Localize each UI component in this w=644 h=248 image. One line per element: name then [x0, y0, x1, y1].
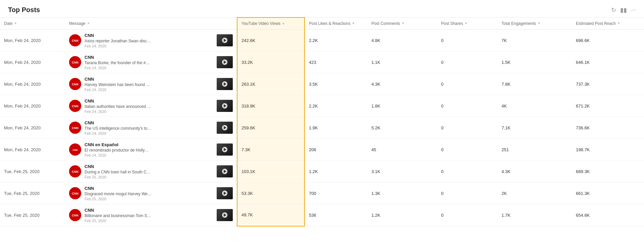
video-thumbnail[interactable]: [217, 187, 233, 199]
message-author: CNN: [85, 33, 213, 38]
table-row: Mon, Feb 24, 2020 CNN CNN en Español El …: [0, 139, 644, 161]
cell-likes: 2.2K: [305, 30, 367, 51]
cell-engagements: 4K: [497, 95, 572, 117]
video-thumbnail[interactable]: [217, 122, 233, 134]
cell-likes: 700: [305, 182, 367, 204]
video-thumbnail[interactable]: [217, 78, 233, 90]
cell-likes: 1.9K: [305, 117, 367, 139]
cell-engagements: 7.1K: [497, 117, 572, 139]
cell-youtube: 53.3K: [237, 182, 305, 204]
page-container: Top Posts ↻ ▮▮ ··· D: [0, 0, 644, 248]
message-post-date: Feb 25, 2020: [85, 197, 213, 201]
avatar: CNN: [69, 100, 81, 112]
cell-youtube: 103.1K: [237, 161, 305, 182]
message-preview: El renombrado productor de Hollywood Har…: [85, 148, 152, 153]
cell-message: CNN CNN Disgraced movie mogul Harvey Wei…: [65, 182, 237, 204]
cell-likes: 2.2K: [305, 95, 367, 117]
reach-sort-icon: ▼: [617, 22, 621, 25]
table-wrapper: Date ▼ Message ▼ YouTube Video Views: [0, 17, 644, 226]
col-header-likes[interactable]: Post Likes & Reactions ▼: [305, 17, 367, 30]
play-button-icon: [222, 81, 227, 87]
cell-engagements: 1.7K: [497, 204, 572, 226]
cell-message: CNN CNN Tarana Burke, the founder of the…: [65, 51, 237, 73]
col-header-message[interactable]: Message ▼: [65, 17, 237, 30]
date-sort-icon: ▼: [14, 22, 17, 25]
message-author: CNN: [85, 98, 213, 104]
top-posts-table: Date ▼ Message ▼ YouTube Video Views: [0, 17, 644, 226]
cell-youtube: 33.2K: [237, 51, 305, 73]
cell-reach: 737.3K: [572, 73, 644, 95]
svg-text:CNN: CNN: [72, 105, 78, 108]
cell-likes: 423: [305, 51, 367, 73]
avatar: CNN: [69, 165, 81, 177]
cell-comments: 5.2K: [367, 117, 437, 139]
svg-text:CNN: CNN: [72, 126, 78, 130]
cell-message: CNN CNN en Español El renombrado product…: [65, 139, 237, 161]
cell-reach: 689.3K: [572, 161, 644, 182]
message-preview: Billionaire and businessman Tom Steyer s…: [85, 213, 152, 218]
play-button-icon: [222, 169, 227, 174]
svg-text:CNN: CNN: [72, 61, 78, 64]
table-row: Mon, Feb 24, 2020 CNN CNN Harvey Weinste…: [0, 73, 644, 95]
col-header-youtube[interactable]: YouTube Video Views ▼: [237, 17, 305, 30]
cell-message: CNN CNN During a CNN town hall in South …: [65, 161, 237, 182]
message-post-date: Feb 24, 2020: [85, 88, 213, 92]
play-button-icon: [222, 147, 227, 152]
col-header-comments[interactable]: Post Comments ▼: [367, 17, 437, 30]
avatar: CNN: [69, 56, 81, 68]
page-title: Top Posts: [8, 6, 40, 14]
cell-likes: 3.5K: [305, 73, 367, 95]
avatar: CNN: [69, 187, 81, 199]
cell-message: CNN CNN The US intelligence community's …: [65, 117, 237, 139]
message-post-date: Feb 25, 2020: [85, 219, 213, 223]
table-row: Mon, Feb 24, 2020 CNN CNN Italian author…: [0, 95, 644, 117]
cell-likes: 536: [305, 204, 367, 226]
refresh-icon[interactable]: ↻: [611, 6, 616, 14]
avatar: CNN: [69, 122, 81, 134]
col-header-date[interactable]: Date ▼: [0, 17, 65, 30]
table-row: Tue, Feb 25, 2020 CNN CNN Billionaire an…: [0, 204, 644, 226]
video-thumbnail[interactable]: [217, 34, 233, 46]
table-row: Tue, Feb 25, 2020 CNN CNN During a CNN t…: [0, 161, 644, 182]
table-row: Tue, Feb 25, 2020 CNN CNN Disgraced movi…: [0, 182, 644, 204]
video-thumbnail[interactable]: [217, 100, 233, 112]
col-header-reach[interactable]: Estimated Post Reach ▼: [572, 17, 644, 30]
message-author: CNN: [85, 208, 213, 213]
col-header-engagements[interactable]: Total Engagements ▼: [497, 17, 572, 30]
cell-reach: 696.6K: [572, 30, 644, 51]
cell-comments: 4.8K: [367, 30, 437, 51]
cell-date: Mon, Feb 24, 2020: [0, 73, 65, 95]
cell-shares: 0: [437, 182, 497, 204]
cell-date: Mon, Feb 24, 2020: [0, 95, 65, 117]
message-post-date: Feb 25, 2020: [85, 175, 213, 179]
play-button-icon: [222, 125, 227, 130]
video-thumbnail[interactable]: [217, 165, 233, 177]
chart-icon[interactable]: ▮▮: [620, 6, 627, 14]
cell-date: Tue, Feb 25, 2020: [0, 182, 65, 204]
cell-comments: 1.3K: [367, 182, 437, 204]
cell-shares: 0: [437, 117, 497, 139]
cell-engagements: 1.5K: [497, 51, 572, 73]
col-header-shares[interactable]: Post Shares ▼: [437, 17, 497, 30]
message-post-date: Feb 24, 2020: [85, 153, 213, 157]
cell-reach: 736.6K: [572, 117, 644, 139]
video-thumbnail[interactable]: [217, 143, 233, 156]
svg-text:CNN: CNN: [72, 192, 78, 195]
cell-message: CNN CNN Axios reporter Jonathan Swan dis…: [65, 30, 237, 51]
likes-sort-icon: ▼: [352, 22, 355, 25]
avatar: CNN: [69, 34, 81, 46]
message-author: CNN: [85, 120, 213, 125]
play-button-icon: [222, 191, 227, 196]
cell-date: Tue, Feb 25, 2020: [0, 161, 65, 182]
message-preview: Italian authorities have announced sweep…: [85, 104, 152, 109]
video-thumbnail[interactable]: [217, 56, 233, 68]
more-icon[interactable]: ···: [631, 6, 636, 13]
video-thumbnail[interactable]: [217, 209, 233, 221]
play-button-icon: [222, 103, 227, 109]
cell-date: Mon, Feb 24, 2020: [0, 139, 65, 161]
table-row: Mon, Feb 24, 2020 CNN CNN Axios reporter…: [0, 30, 644, 51]
cell-reach: 654.6K: [572, 204, 644, 226]
cell-shares: 0: [437, 139, 497, 161]
shares-sort-icon: ▼: [464, 22, 468, 25]
table-header-row: Date ▼ Message ▼ YouTube Video Views: [0, 17, 644, 30]
